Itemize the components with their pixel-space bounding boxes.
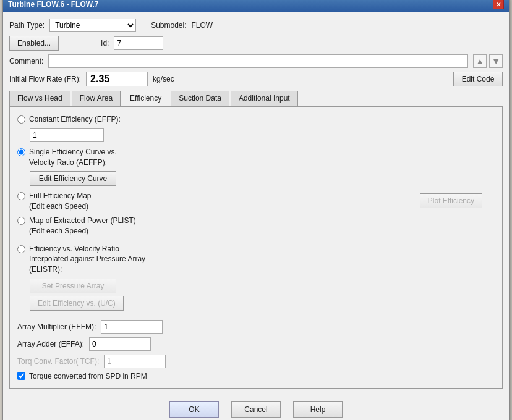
path-type-select[interactable]: Turbine (49, 19, 136, 32)
efficiency-panel: Constant Efficiency (EFFP): 1 Single Eff… (9, 107, 503, 388)
id-label: Id: (101, 39, 109, 48)
submodel-label: Submodel: (151, 21, 186, 30)
pressure-array-buttons: Set Pressure Array Edit Efficiency vs. (… (30, 279, 495, 311)
constant-efficiency-label: Constant Efficiency (EFFP): (29, 114, 121, 125)
title-bar-controls: ✕ (493, 0, 504, 9)
close-button[interactable]: ✕ (493, 0, 504, 9)
efficiency-vs-velocity-label: Efficiency vs. Velocity Ratio Interpolat… (29, 244, 145, 275)
efficiency-vs-velocity-radio-row: Efficiency vs. Velocity Ratio Interpolat… (17, 244, 495, 275)
tab-suction-data[interactable]: Suction Data (171, 91, 229, 106)
edit-efficiency-curve-button[interactable]: Edit Efficiency Curve (30, 171, 116, 186)
array-multiplier-input[interactable]: 1 (101, 320, 163, 334)
full-efficiency-area: Full Efficiency Map (Edit each Speed) Ma… (17, 191, 136, 240)
single-efficiency-radio-row: Single Efficiency Curve vs. Velocity Rat… (17, 147, 495, 168)
array-multiplier-label: Array Multiplier (EFFM): (17, 322, 96, 331)
comment-spin-up[interactable]: ▲ (473, 54, 487, 68)
constant-efficiency-radio-row: Constant Efficiency (EFFP): (17, 114, 495, 125)
plot-efficiency-area: Plot Efficiency (420, 191, 495, 208)
comment-row: Comment: ▲ ▼ (9, 54, 503, 68)
tab-bar: Flow vs Head Flow Area Efficiency Suctio… (9, 90, 503, 107)
edit-efficiency-curve-area: Edit Efficiency Curve (30, 171, 495, 186)
bottom-bar: OK Cancel Help (3, 395, 509, 420)
edit-code-button[interactable]: Edit Code (453, 72, 503, 86)
tab-flow-vs-head[interactable]: Flow vs Head (9, 91, 70, 106)
edit-efficiency-vs-button[interactable]: Edit Efficiency vs. (U/C) (30, 296, 124, 311)
torq-conv-row: Torq Conv. Factor( TCF): 1 (17, 355, 495, 368)
torque-checkbox-label: Torque converted from SPD in RPM (29, 372, 147, 380)
tab-additional-input[interactable]: Additional Input (231, 91, 298, 106)
plot-efficiency-button[interactable]: Plot Efficiency (420, 193, 482, 208)
submodel-value: FLOW (192, 21, 213, 30)
help-button[interactable]: Help (293, 401, 343, 418)
array-adder-label: Array Adder (EFFA): (17, 340, 84, 348)
title-bar: Turbine FLOW.6 - FLOW.7 ✕ (3, 0, 509, 12)
comment-input[interactable] (48, 54, 468, 68)
full-efficiency-radio[interactable] (17, 192, 25, 200)
torq-conv-label: Torq Conv. Factor( TCF): (17, 357, 99, 366)
cancel-button[interactable]: Cancel (231, 401, 281, 418)
constant-efficiency-input[interactable]: 1 (30, 128, 104, 142)
path-type-label: Path Type: (9, 21, 45, 30)
single-efficiency-label: Single Efficiency Curve vs. Velocity Rat… (29, 147, 117, 168)
enabled-id-row: Enabled... Id: 7 (9, 36, 503, 51)
array-multiplier-row: Array Multiplier (EFFM): 1 (17, 320, 495, 334)
set-pressure-array-button[interactable]: Set Pressure Array (30, 279, 116, 293)
flow-rate-label: Initial Flow Rate (FR): (9, 75, 81, 83)
tab-efficiency[interactable]: Efficiency (122, 91, 169, 106)
enabled-button[interactable]: Enabled... (9, 36, 59, 51)
comment-label: Comment: (9, 57, 43, 65)
flow-rate-input[interactable]: 2.35 (86, 72, 148, 86)
id-input[interactable]: 7 (114, 36, 163, 50)
torq-conv-input[interactable]: 1 (104, 355, 166, 368)
window-title: Turbine FLOW.6 - FLOW.7 (8, 0, 98, 9)
efficiency-vs-velocity-radio[interactable] (17, 245, 25, 253)
flow-rate-row: Initial Flow Rate (FR): 2.35 kg/sec Edit… (9, 72, 503, 86)
separator-1 (17, 316, 495, 316)
map-extracted-radio-row: Map of Extracted Power (PLIST) (Edit eac… (17, 216, 136, 237)
flow-rate-unit: kg/sec (153, 75, 174, 83)
content-area: Path Type: Turbine Submodel: FLOW Enable… (3, 12, 509, 395)
main-window: Turbine FLOW.6 - FLOW.7 ✕ Path Type: Tur… (2, 0, 510, 420)
torque-checkbox-row: Torque converted from SPD in RPM (17, 372, 495, 380)
single-efficiency-radio[interactable] (17, 148, 25, 156)
map-extracted-label: Map of Extracted Power (PLIST) (Edit eac… (29, 216, 136, 237)
tab-flow-area[interactable]: Flow Area (72, 91, 121, 106)
torque-checkbox[interactable] (17, 372, 25, 380)
array-adder-row: Array Adder (EFFA): 0 (17, 337, 495, 351)
full-efficiency-plot-row: Full Efficiency Map (Edit each Speed) Ma… (17, 191, 495, 240)
ok-button[interactable]: OK (169, 401, 219, 418)
map-extracted-radio[interactable] (17, 217, 25, 225)
comment-spin-down[interactable]: ▼ (489, 54, 503, 68)
full-efficiency-radio-row: Full Efficiency Map (Edit each Speed) (17, 191, 136, 212)
constant-efficiency-input-area: 1 (30, 128, 495, 142)
path-type-row: Path Type: Turbine Submodel: FLOW (9, 19, 503, 32)
constant-efficiency-radio[interactable] (17, 116, 25, 124)
full-efficiency-label: Full Efficiency Map (Edit each Speed) (29, 191, 91, 212)
array-adder-input[interactable]: 0 (89, 337, 151, 351)
